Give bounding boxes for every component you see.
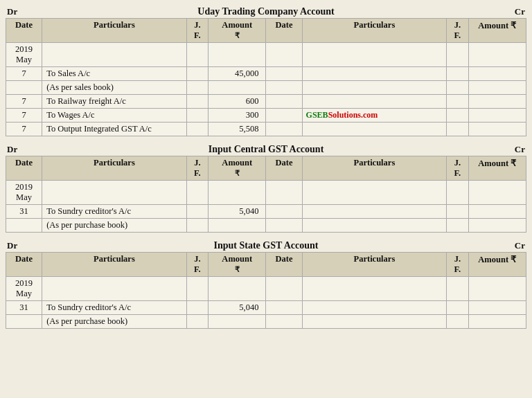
ledger-section-central-gst: Dr Input Central GST Account Cr Date Par… [6,143,526,233]
table-row: 7 To Output Integrated GST A/c 5,508 [6,123,526,136]
particulars-right-cell [302,205,447,219]
jf-cell [186,315,208,329]
th-jf-1: J.F. [186,19,208,43]
date-cell: 2019May [6,277,42,301]
amount-cell: 45,000 [209,67,266,81]
th-date-1: Date [6,19,42,43]
cr-label-1: Cr [515,6,525,17]
date-right-cell [266,95,302,109]
jf-right-cell [447,315,468,329]
jf-cell [186,67,208,81]
date-right-cell [266,277,302,301]
date-cell: 31 [6,301,42,315]
date-cell [6,81,42,95]
th-particulars-2: Particulars [42,156,187,181]
particulars-right-cell [302,67,447,81]
particulars-cell: To Sundry creditor's A/c [42,301,187,315]
ledger3-title: Input State GST Account [17,240,515,251]
amount-cell: 600 [209,95,266,109]
jf-cell [186,95,208,109]
date-cell: 7 [6,109,42,123]
date-cell: 7 [6,95,42,109]
jf-cell [186,81,208,95]
th-jf-2: J.F. [186,156,208,181]
ledger-section-uday: Dr Uday Trading Company Account Cr Date … [6,6,526,136]
table-row: 2019May [6,43,526,67]
date-right-cell [266,219,302,233]
particulars-cell: To Output Integrated GST A/c [42,123,187,136]
th-jf2-2: J.F. [447,156,468,181]
jf-cell [186,123,208,136]
ledger1-header: Dr Uday Trading Company Account Cr [6,6,526,18]
particulars-cell [42,181,187,205]
particulars-right-cell [302,95,447,109]
amount-cell: 300 [209,109,266,123]
th-amount2-2: Amount ₹ [468,156,526,181]
ledger-section-state-gst: Dr Input State GST Account Cr Date Parti… [6,239,526,329]
jf-right-cell [447,123,468,136]
jf-cell [186,205,208,219]
dr-label-2: Dr [7,144,17,155]
particulars-right-cell [302,301,447,315]
th-amount-3: Amount₹ [209,253,266,277]
ledger1-table: Date Particulars J.F. Amount₹ Date Parti… [6,18,526,136]
th-date-3: Date [6,253,42,277]
table-row: (As per sales book) [6,81,526,95]
amount-cell [209,219,266,233]
table-row: 7 To Wages A/c 300 GSEBSolutions.com [6,109,526,123]
table-row: 2019May [6,277,526,301]
amount-cell [209,81,266,95]
ledger1-header-row: Date Particulars J.F. Amount₹ Date Parti… [6,19,526,43]
amount-right-cell [468,109,526,123]
date-right-cell [266,315,302,329]
particulars-right-cell [302,181,447,205]
date-right-cell [266,67,302,81]
cr-label-2: Cr [515,144,525,155]
th-particulars2-3: Particulars [302,253,447,277]
amount-right-cell [468,43,526,67]
date-right-cell [266,43,302,67]
jf-right-cell [447,95,468,109]
jf-cell [186,301,208,315]
ledger2-title: Input Central GST Account [17,144,515,155]
jf-right-cell [447,67,468,81]
th-date-2: Date [6,156,42,181]
amount-right-cell [468,181,526,205]
ledger1-title: Uday Trading Company Account [17,6,515,17]
particulars-right-cell [302,43,447,67]
particulars-right-cell [302,219,447,233]
amount-cell [209,277,266,301]
amount-right-cell [468,95,526,109]
ledger2-header-row: Date Particulars J.F. Amount₹ Date Parti… [6,156,526,181]
amount-cell [209,43,266,67]
amount-cell: 5,040 [209,301,266,315]
amount-right-cell [468,67,526,81]
particulars-cell: To Sales A/c [42,67,187,81]
th-jf2-3: J.F. [447,253,468,277]
date-cell: 2019May [6,181,42,205]
amount-right-cell [468,205,526,219]
date-right-cell [266,205,302,219]
jf-cell [186,181,208,205]
particulars-right-cell: GSEBSolutions.com [302,109,447,123]
particulars-right-cell [302,81,447,95]
amount-cell: 5,040 [209,205,266,219]
jf-right-cell [447,277,468,301]
particulars-right-cell [302,277,447,301]
amount-right-cell [468,219,526,233]
th-amount2-1: Amount ₹ [468,19,526,43]
jf-right-cell [447,301,468,315]
date-right-cell [266,123,302,136]
date-cell: 2019May [6,43,42,67]
table-row: (As per purchase book) [6,219,526,233]
jf-right-cell [447,109,468,123]
jf-cell [186,219,208,233]
particulars-cell [42,43,187,67]
th-date2-2: Date [266,156,302,181]
particulars-cell: To Sundry creditor's A/c [42,205,187,219]
jf-right-cell [447,219,468,233]
particulars-cell: (As per purchase book) [42,219,187,233]
ledger2-table: Date Particulars J.F. Amount₹ Date Parti… [6,156,526,233]
particulars-cell: (As per purchase book) [42,315,187,329]
th-particulars2-1: Particulars [302,19,447,43]
